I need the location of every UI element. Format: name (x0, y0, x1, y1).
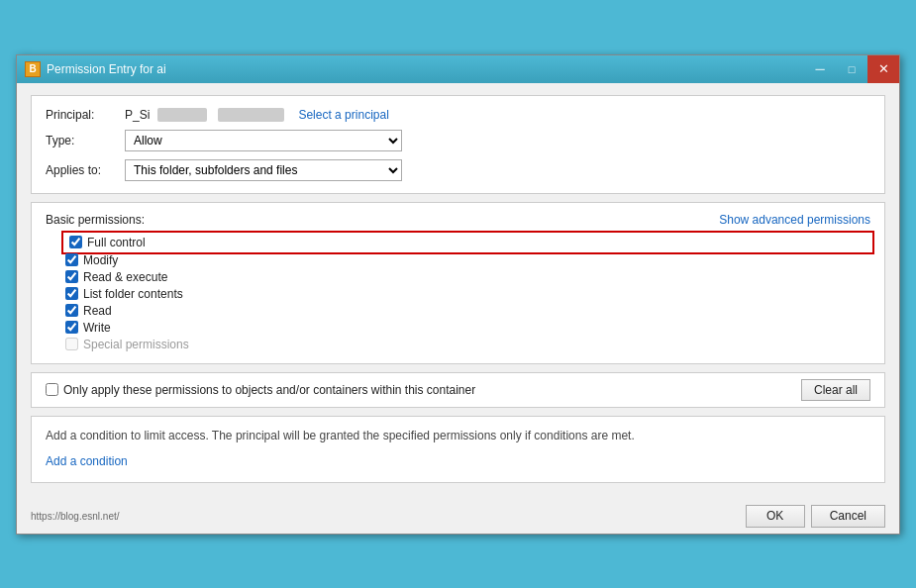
principal-paren-open (207, 108, 210, 122)
clear-all-button[interactable]: Clear all (801, 379, 870, 401)
principal-section: Principal: P_Si nmore-AI Select a princi… (31, 95, 885, 194)
app-icon: B (25, 61, 41, 77)
permission-special: Special permissions (65, 338, 870, 351)
special-checkbox (65, 338, 78, 350)
only-apply-left: Only apply these permissions to objects … (46, 383, 475, 397)
permission-list-folder: List folder contents (65, 287, 870, 301)
read-execute-label: Read & execute (83, 270, 167, 284)
permissions-title: Basic permissions: (46, 213, 145, 227)
permissions-header: Basic permissions: Show advanced permiss… (46, 213, 870, 227)
condition-section: Add a condition to limit access. The pri… (31, 416, 885, 483)
show-advanced-permissions-link[interactable]: Show advanced permissions (719, 213, 870, 227)
footer-url: https://blog.esnl.net/ (31, 511, 120, 522)
title-bar-left: B Permission Entry for ai (25, 61, 166, 77)
type-label: Type: (46, 134, 125, 147)
type-select[interactable]: Allow Deny (125, 130, 402, 151)
add-condition-link[interactable]: Add a condition (46, 454, 128, 468)
full-control-label: Full control (87, 236, 146, 249)
special-label: Special permissions (83, 338, 189, 351)
window-content: Principal: P_Si nmore-AI Select a princi… (17, 83, 899, 499)
title-bar: B Permission Entry for ai ─ □ ✕ (17, 55, 899, 83)
write-label: Write (83, 321, 111, 335)
minimize-button[interactable]: ─ (804, 55, 836, 83)
permissions-section: Basic permissions: Show advanced permiss… (31, 202, 885, 364)
select-principal-link[interactable]: Select a principal (298, 108, 388, 122)
only-apply-label: Only apply these permissions to objects … (63, 383, 475, 397)
permission-entry-window: B Permission Entry for ai ─ □ ✕ Principa… (16, 54, 900, 535)
condition-description: Add a condition to limit access. The pri… (46, 427, 870, 444)
full-control-checkbox[interactable] (69, 236, 82, 248)
principal-row: Principal: P_Si nmore-AI Select a princi… (46, 108, 870, 122)
list-folder-label: List folder contents (83, 287, 183, 301)
principal-label: Principal: (46, 108, 125, 122)
window-title: Permission Entry for ai (47, 62, 166, 76)
applies-label: Applies to: (46, 163, 125, 177)
permissions-list: Full control Modify Read & execute List … (46, 235, 870, 351)
title-bar-controls: ─ □ ✕ (804, 55, 899, 83)
close-button[interactable]: ✕ (867, 55, 899, 83)
type-row: Type: Allow Deny (46, 130, 870, 151)
cancel-button[interactable]: Cancel (811, 505, 885, 528)
only-apply-row: Only apply these permissions to objects … (31, 372, 885, 408)
permission-write: Write (65, 321, 870, 335)
footer: https://blog.esnl.net/ OK Cancel (17, 499, 899, 534)
modify-checkbox[interactable] (65, 253, 78, 266)
principal-paren-close (284, 108, 291, 122)
applies-row: Applies to: This folder, subfolders and … (46, 159, 870, 181)
modify-label: Modify (83, 253, 118, 267)
principal-blur1: nmore-AI (157, 108, 206, 122)
permission-full-control: Full control (65, 235, 870, 250)
read-execute-checkbox[interactable] (65, 270, 78, 283)
ok-button[interactable]: OK (746, 505, 805, 528)
principal-blur2 (218, 108, 284, 122)
only-apply-checkbox[interactable] (46, 383, 58, 396)
principal-name: P_Si (125, 108, 150, 122)
read-label: Read (83, 304, 112, 318)
maximize-button[interactable]: □ (836, 55, 867, 83)
applies-select[interactable]: This folder, subfolders and files This f… (125, 159, 402, 181)
permission-modify: Modify (65, 253, 870, 267)
footer-buttons: OK Cancel (746, 505, 885, 528)
permission-read-execute: Read & execute (65, 270, 870, 284)
read-checkbox[interactable] (65, 304, 78, 317)
write-checkbox[interactable] (65, 321, 78, 334)
list-folder-checkbox[interactable] (65, 287, 78, 300)
permission-read: Read (65, 304, 870, 318)
